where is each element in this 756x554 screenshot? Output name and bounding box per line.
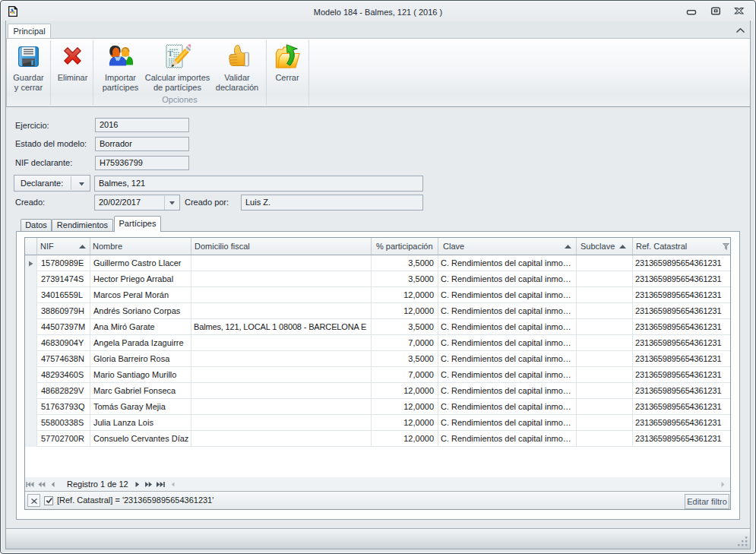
svg-text:T: T — [168, 49, 174, 58]
